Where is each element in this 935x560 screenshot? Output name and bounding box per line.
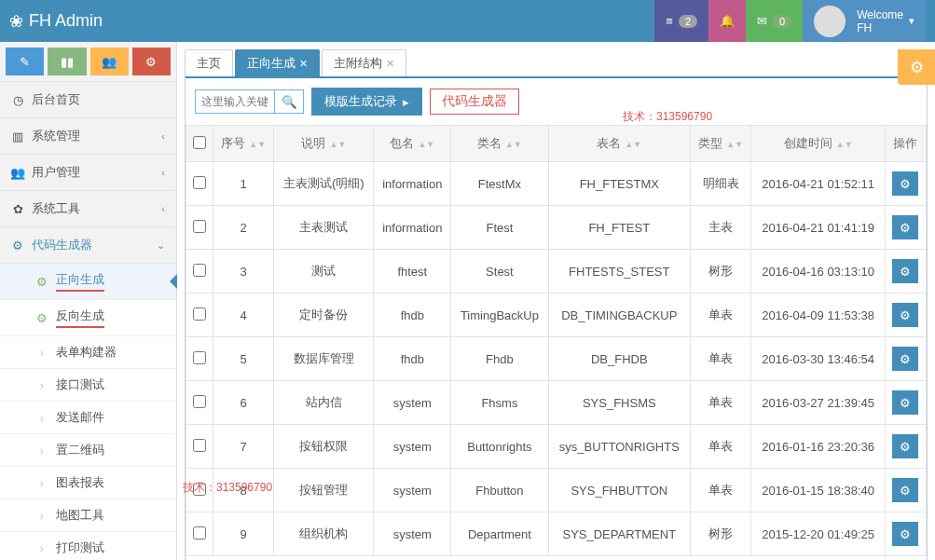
row-action-button[interactable]: ⚙: [892, 434, 918, 458]
table-row: 8按钮管理systemFhbuttonSYS_FHBUTTON单表2016-01…: [186, 469, 927, 512]
gear-icon: ⚙: [900, 396, 911, 410]
sidebar-sub-4[interactable]: ›发送邮件: [0, 402, 176, 434]
tab-2[interactable]: 主附结构✕: [322, 49, 406, 76]
close-icon[interactable]: ✕: [386, 58, 394, 70]
tab-1[interactable]: 正向生成✕: [235, 49, 320, 76]
chevron-left-icon: ‹: [161, 167, 165, 178]
cell-created: 2016-04-21 01:52:11: [751, 162, 886, 206]
col-tbl[interactable]: 表名: [597, 136, 621, 150]
table-row: 7按钮权限systemButtonrightssys_BUTTONRIGHTS单…: [186, 425, 927, 469]
gear-icon: ⚙: [900, 221, 911, 235]
gear-icon: ›: [35, 476, 48, 490]
row-checkbox[interactable]: [193, 307, 206, 321]
cell-created: 2016-04-09 11:53:38: [751, 294, 886, 337]
header-notifications[interactable]: 🔔: [708, 0, 746, 42]
bell-icon: 🔔: [720, 14, 735, 28]
row-action-button[interactable]: ⚙: [892, 259, 918, 283]
quick-btn-2[interactable]: ▮▮: [48, 48, 86, 75]
col-created[interactable]: 创建时间: [784, 136, 832, 150]
header-mail[interactable]: ✉ 0: [746, 0, 803, 42]
cell-seq: 2: [213, 206, 273, 250]
col-desc[interactable]: 说明: [301, 136, 325, 150]
col-type[interactable]: 类型: [698, 136, 722, 150]
sidebar-sub-8[interactable]: ›打印测试: [0, 532, 176, 560]
cell-type: 单表: [691, 337, 751, 381]
sidebar-sub-label: 发送邮件: [56, 409, 104, 426]
col-cls[interactable]: 类名: [477, 136, 502, 150]
quick-btn-4[interactable]: ⚙: [132, 48, 171, 75]
close-icon[interactable]: ✕: [299, 58, 308, 70]
row-checkbox[interactable]: [193, 220, 206, 233]
cell-desc: 数据库管理: [274, 337, 374, 381]
cell-created: 2016-01-16 23:20:36: [751, 425, 886, 469]
row-checkbox[interactable]: [193, 483, 206, 496]
gear-icon: ⚙: [910, 58, 924, 77]
col-pkg[interactable]: 包名: [390, 136, 414, 150]
avatar: [814, 6, 846, 37]
quick-btn-3[interactable]: 👥: [90, 48, 129, 75]
gear-icon: ⚙: [900, 527, 911, 541]
sidebar-sub-3[interactable]: ›接口测试: [0, 369, 176, 402]
cell-created: 2016-03-27 21:39:45: [751, 381, 886, 425]
cell-seq: 6: [213, 381, 273, 425]
cell-created: 2015-12-20 01:49:25: [751, 512, 886, 556]
row-checkbox[interactable]: [193, 526, 206, 540]
sidebar-item-3[interactable]: ✿系统工具‹: [0, 191, 176, 227]
sidebar-item-2[interactable]: 👥用户管理‹: [0, 155, 176, 191]
search-input[interactable]: [195, 89, 274, 114]
cell-pkg: information: [374, 206, 451, 250]
gear-icon: ⚙: [900, 177, 911, 191]
cell-seq: 7: [213, 425, 273, 469]
caret-down-icon: ▾: [909, 15, 914, 27]
cell-tbl: SYS_FHSMS: [548, 381, 691, 425]
gear-icon: ⚙: [35, 275, 48, 289]
sidebar-item-1[interactable]: ▥系统管理‹: [0, 118, 176, 155]
cell-type: 主表: [691, 206, 751, 250]
sidebar-sub-label: 表单构建器: [56, 344, 117, 361]
sidebar-sub-6[interactable]: ›图表报表: [0, 467, 176, 499]
mail-badge: 0: [773, 15, 791, 28]
row-action-button[interactable]: ⚙: [892, 522, 918, 546]
cell-tbl: DB_FHDB: [548, 337, 691, 381]
row-action-button[interactable]: ⚙: [892, 478, 918, 502]
row-action-button[interactable]: ⚙: [892, 347, 918, 371]
brand: ❀ FH Admin: [9, 11, 103, 32]
row-checkbox[interactable]: [193, 395, 206, 408]
sidebar-icon: ✿: [11, 202, 24, 216]
header-user[interactable]: Welcome FH ▾: [803, 0, 926, 42]
cell-pkg: information: [374, 162, 451, 206]
row-action-button[interactable]: ⚙: [892, 215, 918, 239]
cell-type: 树形: [691, 512, 751, 556]
sidebar-item-4[interactable]: ⚙代码生成器⌄: [0, 227, 176, 264]
sidebar-sub-1[interactable]: ⚙反向生成: [0, 300, 176, 336]
cell-tbl: FHTESTS_STEST: [548, 250, 691, 294]
row-checkbox[interactable]: [193, 439, 206, 452]
cell-cls: Department: [451, 512, 548, 556]
sidebar-sub-5[interactable]: ›置二维码: [0, 434, 176, 467]
cell-desc: 组织机构: [274, 512, 374, 556]
sidebar-item-label: 系统管理: [32, 128, 80, 144]
row-action-button[interactable]: ⚙: [892, 390, 918, 415]
settings-gear[interactable]: ⚙: [898, 49, 935, 85]
sidebar-item-label: 后台首页: [32, 91, 80, 108]
tab-0[interactable]: 主页: [185, 49, 233, 76]
row-action-button[interactable]: ⚙: [892, 303, 918, 327]
search-button[interactable]: 🔍: [274, 89, 304, 114]
row-checkbox[interactable]: [193, 351, 206, 364]
template-history-button[interactable]: 模版生成记录 ▸: [311, 88, 422, 116]
chevron-left-icon: ‹: [161, 203, 165, 214]
sidebar-sub-2[interactable]: ›表单构建器: [0, 336, 176, 369]
sidebar-sub-7[interactable]: ›地图工具: [0, 499, 176, 532]
row-checkbox[interactable]: [193, 176, 206, 189]
gear-icon: ›: [35, 411, 48, 425]
sidebar-sub-0[interactable]: ⚙正向生成: [0, 264, 176, 300]
select-all-checkbox[interactable]: [193, 136, 206, 149]
row-checkbox[interactable]: [193, 264, 206, 277]
col-seq[interactable]: 序号: [221, 136, 245, 150]
sidebar-icon: ▥: [11, 130, 24, 143]
chevron-down-icon: ⌄: [157, 239, 165, 252]
quick-btn-1[interactable]: ✎: [6, 48, 44, 75]
sidebar-item-0[interactable]: ◷后台首页: [0, 82, 176, 118]
header-tasks[interactable]: ≡ 2: [654, 0, 708, 42]
row-action-button[interactable]: ⚙: [892, 171, 918, 196]
